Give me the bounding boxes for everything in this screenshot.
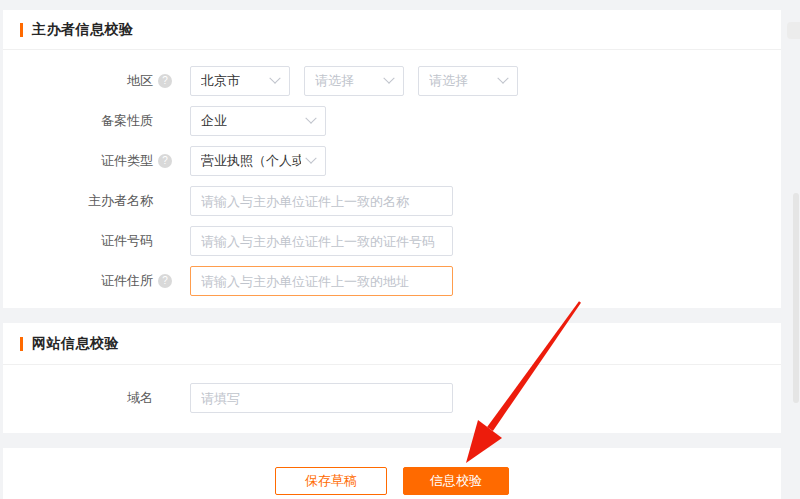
side-widget-tab[interactable] [787, 22, 800, 39]
organizer-form: 地区 ? 北京市 请选择 请选择 备案性质 企业 [3, 50, 781, 296]
organizer-name-input[interactable] [190, 186, 453, 216]
chevron-down-icon [269, 73, 280, 84]
chevron-down-icon [305, 153, 316, 164]
domain-label: 域名 [3, 389, 153, 407]
verify-info-button[interactable]: 信息校验 [403, 467, 509, 495]
field-row-cert-type: 证件类型 ? 营业执照（个人或企... [3, 146, 781, 176]
section-accent-bar [20, 337, 23, 351]
action-bar: 保存草稿 信息校验 [3, 448, 781, 499]
organizer-section: 主办者信息校验 地区 ? 北京市 请选择 请选择 备案性质 [3, 10, 781, 308]
website-section-header: 网站信息校验 [3, 323, 781, 365]
organizer-section-header: 主办者信息校验 [3, 10, 781, 50]
field-row-cert-address: 证件住所 ? [3, 266, 781, 296]
cert-type-select[interactable]: 营业执照（个人或企... [190, 146, 326, 176]
help-icon[interactable]: ? [158, 74, 172, 88]
region-city-select[interactable]: 请选择 [304, 66, 404, 96]
field-row-cert-number: 证件号码 [3, 226, 781, 256]
save-draft-button[interactable]: 保存草稿 [275, 467, 387, 495]
filing-nature-label: 备案性质 [3, 112, 153, 130]
cert-number-label: 证件号码 [3, 232, 153, 250]
help-icon[interactable]: ? [158, 154, 172, 168]
region-label: 地区 [3, 72, 153, 90]
organizer-section-title: 主办者信息校验 [32, 21, 134, 39]
organizer-name-label: 主办者名称 [3, 192, 153, 210]
chevron-down-icon [497, 73, 508, 84]
scrollbar-track[interactable] [793, 193, 799, 403]
chevron-down-icon [383, 73, 394, 84]
cert-address-label: 证件住所 [3, 272, 153, 290]
field-row-domain: 域名 [3, 383, 781, 413]
region-district-select[interactable]: 请选择 [418, 66, 518, 96]
cert-address-input[interactable] [190, 266, 453, 296]
cert-number-input[interactable] [190, 226, 453, 256]
field-row-organizer-name: 主办者名称 [3, 186, 781, 216]
field-row-region: 地区 ? 北京市 请选择 请选择 [3, 66, 781, 96]
region-province-select[interactable]: 北京市 [190, 66, 290, 96]
website-form: 域名 [3, 365, 781, 413]
cert-type-label: 证件类型 [3, 152, 153, 170]
section-accent-bar [20, 23, 23, 37]
filing-nature-select[interactable]: 企业 [190, 106, 326, 136]
field-row-filing-nature: 备案性质 企业 [3, 106, 781, 136]
website-section: 网站信息校验 域名 [3, 323, 781, 433]
domain-input[interactable] [190, 383, 453, 413]
help-icon[interactable]: ? [158, 274, 172, 288]
chevron-down-icon [305, 113, 316, 124]
website-section-title: 网站信息校验 [32, 335, 119, 353]
